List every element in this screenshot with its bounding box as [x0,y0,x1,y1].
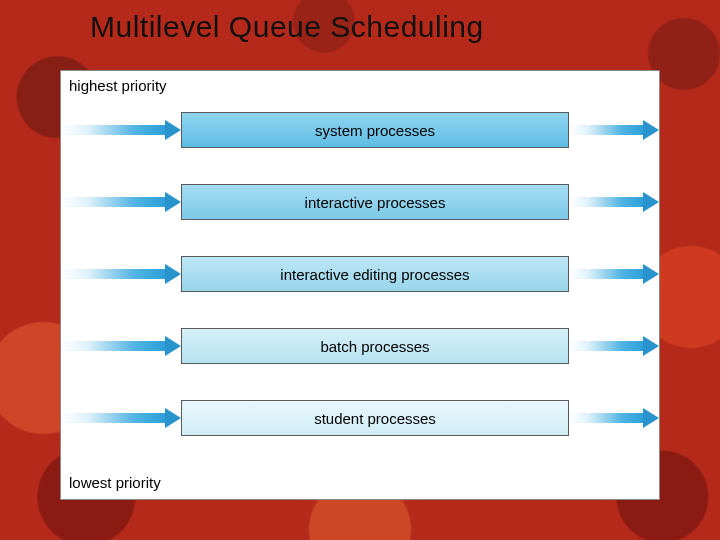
arrow-in-icon [61,123,181,137]
arrow-in-icon [61,339,181,353]
arrow-out-icon [569,411,659,425]
arrow-out-icon [569,267,659,281]
queue-row-interactive: interactive processes [61,183,659,221]
arrow-in-icon [61,195,181,209]
slide-title: Multilevel Queue Scheduling [90,10,680,44]
lowest-priority-label: lowest priority [69,474,161,491]
arrow-out-icon [569,123,659,137]
arrow-in-icon [61,411,181,425]
queue-row-batch: batch processes [61,327,659,365]
queue-box: student processes [181,400,569,436]
arrow-in-icon [61,267,181,281]
queue-row-interactive-editing: interactive editing processes [61,255,659,293]
queue-row-system: system processes [61,111,659,149]
queue-box: interactive processes [181,184,569,220]
arrow-out-icon [569,339,659,353]
queue-row-student: student processes [61,399,659,437]
queue-box: interactive editing processes [181,256,569,292]
queue-box: batch processes [181,328,569,364]
queue-rows: system processes interactive processes i… [61,111,659,437]
queue-box: system processes [181,112,569,148]
highest-priority-label: highest priority [69,77,167,94]
queue-diagram: highest priority system processes intera… [60,70,660,500]
arrow-out-icon [569,195,659,209]
